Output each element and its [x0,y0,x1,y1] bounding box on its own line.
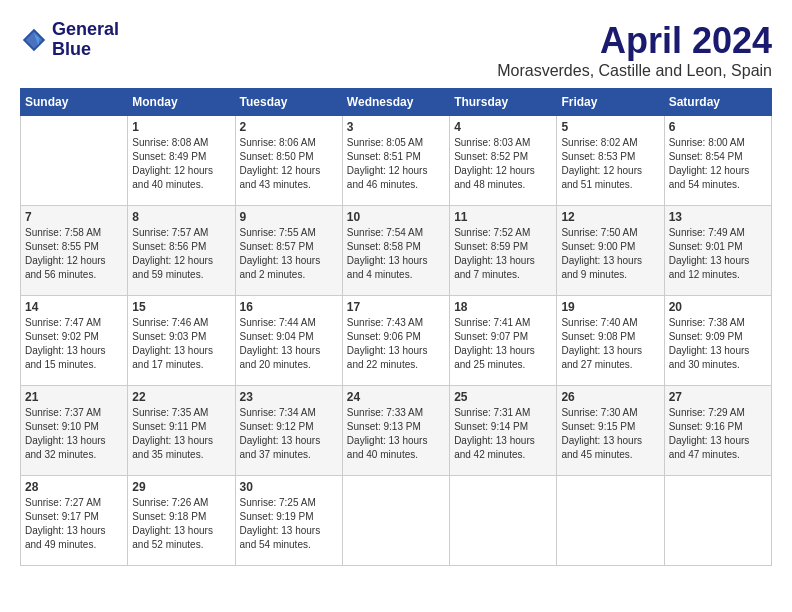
day-number: 5 [561,120,659,134]
day-info: Sunrise: 8:06 AM Sunset: 8:50 PM Dayligh… [240,136,338,192]
calendar-cell: 21Sunrise: 7:37 AM Sunset: 9:10 PM Dayli… [21,386,128,476]
day-number: 11 [454,210,552,224]
calendar-cell: 1Sunrise: 8:08 AM Sunset: 8:49 PM Daylig… [128,116,235,206]
day-number: 18 [454,300,552,314]
day-info: Sunrise: 7:41 AM Sunset: 9:07 PM Dayligh… [454,316,552,372]
day-number: 16 [240,300,338,314]
weekday-header-monday: Monday [128,89,235,116]
day-info: Sunrise: 7:49 AM Sunset: 9:01 PM Dayligh… [669,226,767,282]
day-number: 19 [561,300,659,314]
title-section: April 2024 Morasverdes, Castille and Leo… [497,20,772,80]
day-info: Sunrise: 8:05 AM Sunset: 8:51 PM Dayligh… [347,136,445,192]
calendar-cell [557,476,664,566]
calendar-cell: 20Sunrise: 7:38 AM Sunset: 9:09 PM Dayli… [664,296,771,386]
day-info: Sunrise: 8:03 AM Sunset: 8:52 PM Dayligh… [454,136,552,192]
day-info: Sunrise: 7:34 AM Sunset: 9:12 PM Dayligh… [240,406,338,462]
weekday-header-sunday: Sunday [21,89,128,116]
calendar-cell: 8Sunrise: 7:57 AM Sunset: 8:56 PM Daylig… [128,206,235,296]
logo: General Blue [20,20,119,60]
day-number: 24 [347,390,445,404]
calendar-cell: 28Sunrise: 7:27 AM Sunset: 9:17 PM Dayli… [21,476,128,566]
day-info: Sunrise: 7:35 AM Sunset: 9:11 PM Dayligh… [132,406,230,462]
weekday-header-saturday: Saturday [664,89,771,116]
day-info: Sunrise: 7:37 AM Sunset: 9:10 PM Dayligh… [25,406,123,462]
day-number: 3 [347,120,445,134]
logo-icon [20,26,48,54]
day-info: Sunrise: 7:27 AM Sunset: 9:17 PM Dayligh… [25,496,123,552]
calendar-cell [450,476,557,566]
calendar-cell: 24Sunrise: 7:33 AM Sunset: 9:13 PM Dayli… [342,386,449,476]
calendar-subtitle: Morasverdes, Castille and Leon, Spain [497,62,772,80]
day-number: 15 [132,300,230,314]
day-info: Sunrise: 7:33 AM Sunset: 9:13 PM Dayligh… [347,406,445,462]
day-number: 14 [25,300,123,314]
day-number: 21 [25,390,123,404]
logo-text: General Blue [52,20,119,60]
calendar-cell: 29Sunrise: 7:26 AM Sunset: 9:18 PM Dayli… [128,476,235,566]
day-number: 2 [240,120,338,134]
calendar-cell [664,476,771,566]
calendar-cell: 13Sunrise: 7:49 AM Sunset: 9:01 PM Dayli… [664,206,771,296]
day-number: 29 [132,480,230,494]
calendar-cell: 30Sunrise: 7:25 AM Sunset: 9:19 PM Dayli… [235,476,342,566]
day-info: Sunrise: 7:25 AM Sunset: 9:19 PM Dayligh… [240,496,338,552]
day-number: 10 [347,210,445,224]
day-info: Sunrise: 7:54 AM Sunset: 8:58 PM Dayligh… [347,226,445,282]
calendar-cell: 17Sunrise: 7:43 AM Sunset: 9:06 PM Dayli… [342,296,449,386]
calendar-cell: 18Sunrise: 7:41 AM Sunset: 9:07 PM Dayli… [450,296,557,386]
calendar-cell: 25Sunrise: 7:31 AM Sunset: 9:14 PM Dayli… [450,386,557,476]
day-number: 13 [669,210,767,224]
calendar-cell [21,116,128,206]
calendar-title: April 2024 [497,20,772,62]
day-number: 28 [25,480,123,494]
day-info: Sunrise: 7:57 AM Sunset: 8:56 PM Dayligh… [132,226,230,282]
day-info: Sunrise: 7:58 AM Sunset: 8:55 PM Dayligh… [25,226,123,282]
day-info: Sunrise: 8:08 AM Sunset: 8:49 PM Dayligh… [132,136,230,192]
day-info: Sunrise: 7:44 AM Sunset: 9:04 PM Dayligh… [240,316,338,372]
day-number: 25 [454,390,552,404]
calendar-cell: 16Sunrise: 7:44 AM Sunset: 9:04 PM Dayli… [235,296,342,386]
day-number: 4 [454,120,552,134]
day-number: 12 [561,210,659,224]
day-number: 7 [25,210,123,224]
calendar-cell: 5Sunrise: 8:02 AM Sunset: 8:53 PM Daylig… [557,116,664,206]
weekday-header-tuesday: Tuesday [235,89,342,116]
svg-marker-1 [26,31,43,48]
calendar-cell [342,476,449,566]
day-info: Sunrise: 7:40 AM Sunset: 9:08 PM Dayligh… [561,316,659,372]
weekday-header-friday: Friday [557,89,664,116]
day-number: 17 [347,300,445,314]
weekday-header-thursday: Thursday [450,89,557,116]
calendar-cell: 27Sunrise: 7:29 AM Sunset: 9:16 PM Dayli… [664,386,771,476]
day-number: 8 [132,210,230,224]
day-info: Sunrise: 8:02 AM Sunset: 8:53 PM Dayligh… [561,136,659,192]
calendar-cell: 15Sunrise: 7:46 AM Sunset: 9:03 PM Dayli… [128,296,235,386]
day-info: Sunrise: 8:00 AM Sunset: 8:54 PM Dayligh… [669,136,767,192]
calendar-cell: 22Sunrise: 7:35 AM Sunset: 9:11 PM Dayli… [128,386,235,476]
day-info: Sunrise: 7:43 AM Sunset: 9:06 PM Dayligh… [347,316,445,372]
day-info: Sunrise: 7:50 AM Sunset: 9:00 PM Dayligh… [561,226,659,282]
calendar-cell: 14Sunrise: 7:47 AM Sunset: 9:02 PM Dayli… [21,296,128,386]
calendar-cell: 6Sunrise: 8:00 AM Sunset: 8:54 PM Daylig… [664,116,771,206]
calendar-cell: 7Sunrise: 7:58 AM Sunset: 8:55 PM Daylig… [21,206,128,296]
day-info: Sunrise: 7:29 AM Sunset: 9:16 PM Dayligh… [669,406,767,462]
day-info: Sunrise: 7:52 AM Sunset: 8:59 PM Dayligh… [454,226,552,282]
day-info: Sunrise: 7:47 AM Sunset: 9:02 PM Dayligh… [25,316,123,372]
page-header: General Blue April 2024 Morasverdes, Cas… [20,20,772,80]
day-info: Sunrise: 7:46 AM Sunset: 9:03 PM Dayligh… [132,316,230,372]
day-info: Sunrise: 7:26 AM Sunset: 9:18 PM Dayligh… [132,496,230,552]
day-number: 6 [669,120,767,134]
day-info: Sunrise: 7:30 AM Sunset: 9:15 PM Dayligh… [561,406,659,462]
calendar-cell: 19Sunrise: 7:40 AM Sunset: 9:08 PM Dayli… [557,296,664,386]
calendar-cell: 12Sunrise: 7:50 AM Sunset: 9:00 PM Dayli… [557,206,664,296]
day-number: 23 [240,390,338,404]
day-number: 9 [240,210,338,224]
calendar-cell: 2Sunrise: 8:06 AM Sunset: 8:50 PM Daylig… [235,116,342,206]
day-number: 26 [561,390,659,404]
day-number: 22 [132,390,230,404]
calendar-table: SundayMondayTuesdayWednesdayThursdayFrid… [20,88,772,566]
calendar-cell: 11Sunrise: 7:52 AM Sunset: 8:59 PM Dayli… [450,206,557,296]
calendar-cell: 4Sunrise: 8:03 AM Sunset: 8:52 PM Daylig… [450,116,557,206]
calendar-cell: 26Sunrise: 7:30 AM Sunset: 9:15 PM Dayli… [557,386,664,476]
day-number: 27 [669,390,767,404]
